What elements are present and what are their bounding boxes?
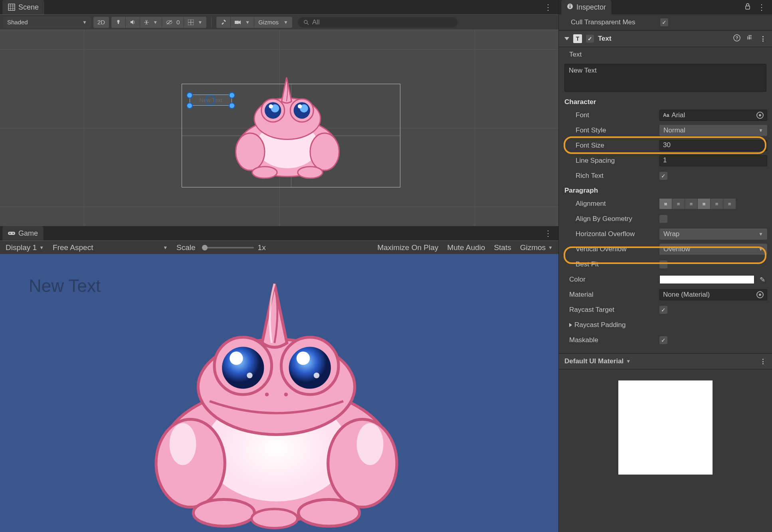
gizmos-dropdown[interactable]: Gizmos▼ <box>254 17 292 28</box>
inspector-menu[interactable]: ⋮ <box>754 2 770 12</box>
scene-tab-label: Scene <box>18 3 39 12</box>
camera-dropdown[interactable]: ▼ <box>231 17 254 28</box>
lock-icon[interactable] <box>741 3 754 12</box>
foldout-icon <box>564 37 569 40</box>
svg-rect-48 <box>570 6 570 8</box>
text-input[interactable]: New Text <box>564 64 766 92</box>
bestfit-checkbox[interactable] <box>659 260 667 268</box>
color-picker[interactable] <box>659 275 754 284</box>
svg-line-7 <box>307 23 309 25</box>
stats-toggle[interactable]: Stats <box>491 243 513 252</box>
info-icon <box>567 3 573 12</box>
fx-dropdown[interactable]: ▼ <box>140 17 162 28</box>
svg-point-19 <box>236 133 265 170</box>
scene-tab-menu[interactable]: ⋮ <box>541 2 556 12</box>
color-label: Color <box>564 276 655 284</box>
game-gizmos-dropdown[interactable]: Gizmos▼ <box>518 243 555 252</box>
grid-visibility-dropdown[interactable]: ▼ <box>184 17 206 28</box>
raypad-label[interactable]: Raycast Padding <box>564 321 655 329</box>
game-toolbar: Display 1▼ Free Aspect▼ Scale 1x Maximiz… <box>0 240 558 254</box>
valign-top[interactable]: ≡ <box>698 199 711 209</box>
svg-point-17 <box>269 104 273 108</box>
eyedropper-icon[interactable]: ✎ <box>758 276 767 284</box>
lighting-toggle[interactable] <box>111 17 126 28</box>
richtext-checkbox[interactable]: ✓ <box>659 172 667 180</box>
linespacing-input[interactable]: 1 <box>659 155 767 166</box>
raycast-checkbox[interactable]: ✓ <box>659 306 667 314</box>
valign-bottom[interactable]: ≡ <box>723 199 736 209</box>
inspector-tab-strip: Inspector ⋮ <box>559 0 772 14</box>
game-tab-menu[interactable]: ⋮ <box>541 229 556 238</box>
voverflow-dropdown[interactable]: Overflow▼ <box>659 244 767 255</box>
cull-transparent-checkbox[interactable]: ✓ <box>660 18 668 26</box>
material-header[interactable]: Default UI Material▼ ⋮ <box>559 353 772 369</box>
svg-rect-0 <box>8 4 15 10</box>
aspect-dropdown[interactable]: Free Aspect▼ <box>50 243 170 252</box>
text-component-header[interactable]: T ✓ Text ? ⋮ <box>559 30 772 47</box>
fontsize-input[interactable]: 30 <box>659 140 767 151</box>
display-dropdown[interactable]: Display 1▼ <box>3 243 46 252</box>
svg-rect-50 <box>746 6 750 9</box>
cull-transparent-label: Cull Transparent Mes <box>571 18 656 26</box>
svg-point-43 <box>284 392 288 396</box>
object-picker-icon[interactable] <box>756 112 764 119</box>
help-icon[interactable]: ? <box>733 34 740 43</box>
visibility-toggle[interactable]: 0 <box>162 17 184 28</box>
svg-point-41 <box>314 372 319 378</box>
preset-icon[interactable] <box>744 35 756 43</box>
hoverflow-label: Horizontal Overflow <box>564 230 655 238</box>
align-center[interactable]: ≡ <box>672 199 685 209</box>
scene-search[interactable]: All <box>298 17 457 28</box>
object-picker-icon[interactable] <box>756 291 764 298</box>
mode-2d-toggle[interactable]: 2D <box>93 17 109 28</box>
scale-label: Scale <box>174 243 198 252</box>
text-component-icon: T <box>573 34 582 43</box>
paragraph-group: Paragraph <box>559 183 772 196</box>
scale-value: 1x <box>258 243 266 252</box>
inspector-tab[interactable]: Inspector <box>561 0 612 14</box>
character-group: Character <box>559 95 772 108</box>
svg-text:?: ? <box>736 35 738 40</box>
audio-toggle[interactable] <box>126 17 140 28</box>
game-tab[interactable]: Game <box>2 226 44 240</box>
voverflow-label: Vertical Overflow <box>564 245 655 253</box>
svg-rect-5 <box>235 21 239 24</box>
maskable-checkbox[interactable]: ✓ <box>659 336 667 344</box>
maskable-label: Maskable <box>564 336 655 344</box>
rect-handle-bl[interactable] <box>186 102 193 109</box>
valign-middle[interactable]: ≡ <box>711 199 723 209</box>
material-field[interactable]: None (Material) <box>659 289 767 300</box>
rect-handle-tr[interactable] <box>229 92 235 99</box>
inspector-tab-label: Inspector <box>576 3 606 12</box>
component-enable-checkbox[interactable]: ✓ <box>586 35 594 43</box>
scene-icon <box>8 4 15 11</box>
material-menu[interactable]: ⋮ <box>760 357 766 366</box>
rect-handle-br[interactable] <box>229 102 235 109</box>
game-tab-label: Game <box>18 229 38 238</box>
fontstyle-dropdown[interactable]: Normal▼ <box>659 125 767 136</box>
new-text-display: New Text <box>29 276 101 296</box>
pivot-handle[interactable] <box>205 95 216 105</box>
component-name: Text <box>598 35 612 43</box>
svg-point-1 <box>117 20 120 22</box>
tools-button[interactable] <box>216 17 231 28</box>
scene-tab[interactable]: Scene <box>2 0 45 14</box>
rect-handle-tl[interactable] <box>186 92 193 99</box>
font-field[interactable]: AaArial <box>659 110 767 121</box>
align-right[interactable]: ≡ <box>685 199 698 209</box>
shading-dropdown[interactable]: Shaded▼ <box>3 17 91 28</box>
svg-point-49 <box>570 4 570 5</box>
mute-toggle[interactable]: Mute Audio <box>445 243 487 252</box>
svg-point-44 <box>193 499 254 526</box>
component-menu[interactable]: ⋮ <box>760 35 766 43</box>
svg-point-46 <box>251 509 297 528</box>
hoverflow-dropdown[interactable]: Wrap▼ <box>659 229 767 240</box>
scale-slider[interactable] <box>202 247 254 248</box>
game-viewport[interactable]: New Text <box>0 254 558 532</box>
aligngeom-checkbox[interactable] <box>659 215 667 223</box>
svg-point-37 <box>289 347 331 389</box>
maximize-toggle[interactable]: Maximize On Play <box>375 243 441 252</box>
font-label: Font <box>564 111 655 119</box>
align-left[interactable]: ≡ <box>659 199 672 209</box>
scene-viewport[interactable]: New Text <box>0 30 558 226</box>
